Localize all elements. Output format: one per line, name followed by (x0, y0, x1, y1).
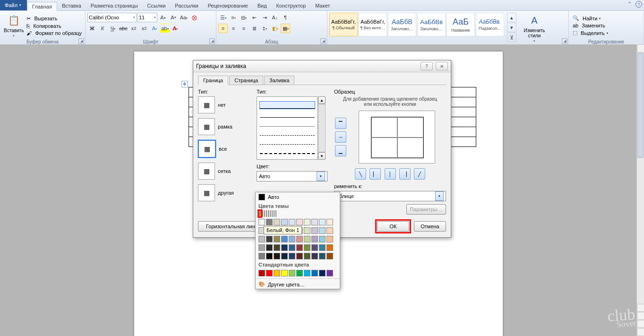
scroll-up-button[interactable]: ▲ (637, 44, 644, 52)
color-swatch[interactable] (296, 270, 303, 276)
color-swatch[interactable] (266, 219, 273, 225)
line-style-list[interactable] (257, 96, 318, 160)
color-swatch[interactable] (281, 253, 288, 259)
color-swatch[interactable] (319, 270, 326, 276)
color-swatch[interactable] (304, 227, 310, 234)
color-swatch[interactable] (326, 253, 333, 259)
styles-row-up-button[interactable]: ▴ (507, 13, 516, 22)
color-swatch[interactable] (304, 219, 310, 225)
color-swatch[interactable] (311, 244, 318, 251)
dialog-help-button[interactable]: ? (421, 62, 433, 70)
style-item-4[interactable]: АаБНазвание (447, 13, 475, 36)
color-swatch[interactable] (274, 219, 280, 225)
color-swatch[interactable] (281, 270, 288, 276)
scroll-down-button[interactable]: ▼ (637, 304, 644, 312)
color-swatch[interactable] (281, 244, 288, 251)
menu-tab-0[interactable]: Главная (27, 2, 57, 11)
color-swatch[interactable] (304, 270, 310, 276)
border-hmid-button[interactable]: ─ (335, 131, 346, 143)
color-swatch[interactable] (266, 253, 273, 259)
borders-button[interactable]: ▦▾ (281, 24, 290, 33)
color-swatch[interactable] (272, 210, 273, 217)
color-swatch[interactable] (268, 210, 269, 217)
color-combo[interactable]: Авто ▾ (257, 171, 327, 181)
style-item-0[interactable]: АаБбВвГг,¶ Обычный (329, 13, 358, 36)
styles-row-down-button[interactable]: ▾ (507, 23, 516, 32)
border-diag1-button[interactable]: ╲ (355, 168, 366, 180)
line-spacing-button[interactable]: ‡▾ (260, 24, 269, 33)
color-swatch[interactable] (319, 236, 326, 242)
color-swatch[interactable] (275, 210, 276, 217)
border-top-button[interactable]: ▔ (335, 118, 346, 129)
menu-tab-6[interactable]: Вид (253, 1, 272, 10)
setting-box[interactable]: ▦рамка (198, 118, 250, 135)
border-vmid-button[interactable]: │ (385, 168, 396, 180)
clear-formatting-button[interactable]: ⨂ (189, 13, 199, 22)
change-case-button[interactable]: Aa▾ (179, 13, 189, 22)
font-name-combo[interactable]: Calibri (Осно▾ (87, 13, 137, 22)
color-swatch[interactable] (258, 236, 265, 242)
decrease-indent-button[interactable]: ⇤ (249, 13, 259, 22)
color-swatch[interactable] (296, 244, 303, 251)
copy-button[interactable]: ⎘ Копировать (26, 23, 82, 29)
cut-button[interactable]: ✂ Вырезать (26, 16, 82, 22)
font-dialog-launcher[interactable]: ◢ (209, 38, 215, 44)
color-swatch[interactable] (289, 219, 295, 225)
dialog-tab-0[interactable]: Граница (198, 76, 228, 85)
strikethrough-button[interactable]: abc (119, 24, 128, 33)
color-swatch[interactable] (258, 244, 265, 251)
menu-tab-1[interactable]: Вставка (57, 1, 86, 10)
style-item-3[interactable]: АаБбВвЗаголово… (417, 13, 446, 36)
superscript-button[interactable]: x2 (139, 24, 149, 33)
font-size-combo[interactable]: 11▾ (137, 13, 157, 22)
border-diag2-button[interactable]: ╱ (414, 168, 425, 180)
show-marks-button[interactable]: ¶ (281, 13, 290, 22)
options-button[interactable]: Параметры… (406, 204, 446, 215)
color-swatch[interactable] (266, 210, 267, 217)
grow-font-button[interactable]: A▴ (158, 13, 168, 22)
color-swatch[interactable] (281, 236, 288, 242)
menu-tab-7[interactable]: Конструктор (272, 1, 311, 10)
color-swatch[interactable] (289, 236, 295, 242)
color-auto-row[interactable]: Авто (256, 192, 340, 202)
styles-dialog-launcher[interactable]: ◢ (562, 38, 567, 44)
more-colors-row[interactable]: 🎨 Другие цвета… (256, 280, 340, 289)
paste-button[interactable]: 📋 Вставить ▾ (2, 12, 26, 39)
color-swatch[interactable] (260, 210, 261, 217)
color-swatch[interactable] (274, 236, 280, 242)
border-right-button[interactable]: ▕ (399, 168, 411, 180)
color-swatch[interactable] (266, 270, 273, 276)
color-swatch[interactable] (319, 219, 326, 225)
color-swatch[interactable] (311, 219, 318, 225)
italic-button[interactable]: К (98, 24, 107, 33)
vertical-scrollbar[interactable]: ▲ ▼ ◉ ● ◉ (636, 44, 644, 336)
color-swatch[interactable] (319, 227, 326, 234)
align-center-button[interactable]: ≡ (229, 24, 238, 33)
paragraph-dialog-launcher[interactable]: ◢ (320, 38, 326, 44)
color-swatch[interactable] (311, 253, 318, 259)
color-swatch[interactable] (258, 219, 265, 225)
help-icon[interactable]: ? (635, 1, 642, 8)
styles-more-button[interactable]: ⊻ (507, 33, 516, 42)
highlight-button[interactable]: ab▾ (160, 24, 170, 33)
next-page-button[interactable]: ◉ (637, 328, 644, 336)
menu-tab-8[interactable]: Макет (310, 1, 335, 10)
color-swatch[interactable] (326, 236, 333, 242)
color-swatch[interactable] (281, 219, 288, 225)
color-swatch[interactable] (304, 236, 310, 242)
cancel-button[interactable]: Отмена (414, 221, 446, 232)
setting-grid[interactable]: ▦сетка (198, 163, 250, 180)
table-move-handle[interactable]: ✥ (181, 81, 188, 87)
color-swatch[interactable] (274, 244, 280, 251)
color-swatch[interactable] (289, 244, 295, 251)
increase-indent-button[interactable]: ⇥ (260, 13, 269, 22)
shrink-font-button[interactable]: A▾ (169, 13, 178, 22)
find-button[interactable]: 🔍 Найти▾ (573, 15, 642, 21)
dialog-titlebar[interactable]: Границы и заливка ? ✕ (193, 60, 451, 72)
select-button[interactable]: ⬚ Выделить▾ (573, 30, 642, 36)
sort-button[interactable]: A↓ (270, 13, 280, 22)
font-color-button[interactable]: A▾ (171, 24, 180, 33)
color-swatch[interactable] (296, 253, 303, 259)
style-item-5[interactable]: АаБбВв.Подзагол… (476, 13, 504, 36)
numbering-button[interactable]: ≡▾ (229, 13, 238, 22)
